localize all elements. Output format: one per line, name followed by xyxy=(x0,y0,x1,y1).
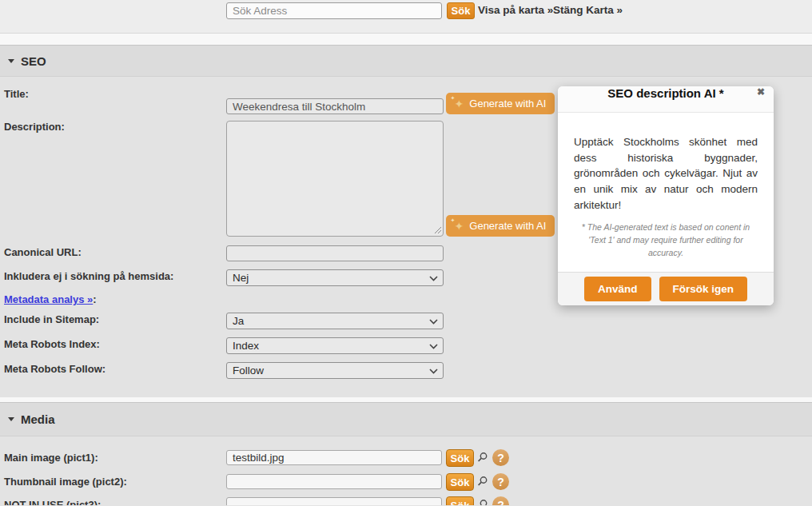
ai-disclaimer-text: * The AI-generated text is based on cone… xyxy=(574,221,758,260)
metadata-analysis-link[interactable]: Metadata analys » xyxy=(4,293,93,305)
main-image-browse-button[interactable]: Sök xyxy=(446,449,474,467)
sparkle-icon: ✦ xyxy=(455,221,464,232)
title-label: Title: xyxy=(4,88,29,100)
sparkle-icon: ✦ xyxy=(455,98,464,110)
description-textarea[interactable] xyxy=(226,121,444,237)
exclude-search-label: Inkludera ej i sökning på hemsida: xyxy=(4,270,173,282)
address-search-input[interactable] xyxy=(226,2,442,19)
modal-header: SEO description AI * ✖ xyxy=(558,86,774,113)
exclude-search-value: Nej xyxy=(233,272,249,284)
media-section-content: Main image (pict1): Sök ? Thumbnail imag… xyxy=(0,436,812,505)
sitemap-label: Include in Sitemap: xyxy=(4,313,99,325)
pict3-label: NOT IN USE (pict3): xyxy=(4,499,101,505)
seo-description-ai-modal: SEO description AI * ✖ Upptäck Stockholm… xyxy=(558,86,774,305)
meta-robots-follow-select[interactable]: Follow xyxy=(226,362,444,379)
close-icon[interactable]: ✖ xyxy=(757,86,765,98)
chevron-down-icon xyxy=(429,276,438,281)
metadata-analysis-row: Metadata analys »: xyxy=(4,293,97,305)
help-icon[interactable]: ? xyxy=(492,473,509,490)
meta-robots-index-label: Meta Robots Index: xyxy=(4,338,100,350)
magnifier-icon[interactable] xyxy=(476,476,488,491)
seo-section-header[interactable]: SEO xyxy=(0,45,812,77)
meta-robots-index-value: Index xyxy=(233,340,259,352)
meta-robots-index-select[interactable]: Index xyxy=(226,337,444,354)
pict3-input[interactable] xyxy=(226,497,442,505)
meta-robots-follow-value: Follow xyxy=(233,365,264,377)
seo-section-title: SEO xyxy=(21,54,46,68)
chevron-down-icon xyxy=(429,319,438,325)
sitemap-value: Ja xyxy=(233,315,244,327)
generate-description-ai-label: Generate with AI xyxy=(469,220,546,232)
main-image-label: Main image (pict1): xyxy=(4,452,98,464)
media-section-title: Media xyxy=(21,412,55,426)
chevron-down-icon xyxy=(429,369,438,374)
thumbnail-image-input[interactable] xyxy=(226,474,442,489)
meta-robots-follow-label: Meta Robots Follow: xyxy=(4,363,105,375)
retry-button[interactable]: Försök igen xyxy=(659,277,748,301)
magnifier-icon[interactable] xyxy=(476,499,488,505)
magnifier-icon[interactable] xyxy=(476,452,488,467)
use-button[interactable]: Använd xyxy=(584,277,651,301)
description-label: Description: xyxy=(4,121,65,133)
metadata-analysis-suffix: : xyxy=(93,293,96,305)
close-map-link[interactable]: Stäng Karta » xyxy=(553,4,623,16)
canonical-url-input[interactable] xyxy=(226,245,444,261)
map-search-bar: Sök Visa på karta » Stäng Karta » xyxy=(0,0,812,34)
canonical-url-label: Canonical URL: xyxy=(4,246,82,258)
ai-generated-text: Upptäck Stockholms skönhet med dess hist… xyxy=(574,134,758,213)
generate-title-ai-button[interactable]: ✦ Generate with AI xyxy=(446,93,555,114)
pict3-browse-button[interactable]: Sök xyxy=(446,496,474,505)
help-icon[interactable]: ? xyxy=(492,449,509,466)
collapse-caret-icon xyxy=(8,417,14,421)
modal-body: Upptäck Stockholms skönhet med dess hist… xyxy=(558,113,774,259)
address-search-button[interactable]: Sök xyxy=(447,2,475,19)
sitemap-select[interactable]: Ja xyxy=(226,313,444,329)
thumbnail-image-browse-button[interactable]: Sök xyxy=(446,473,474,491)
section-gap xyxy=(0,34,812,45)
modal-title: SEO description AI * xyxy=(558,86,774,100)
title-input[interactable] xyxy=(226,98,444,114)
page: Sök Visa på karta » Stäng Karta » SEO Ti… xyxy=(0,0,812,506)
exclude-search-select[interactable]: Nej xyxy=(226,269,444,286)
help-icon[interactable]: ? xyxy=(492,496,509,505)
chevron-down-icon xyxy=(429,344,438,349)
main-image-input[interactable] xyxy=(226,450,442,465)
thumbnail-image-label: Thumbnail image (pict2): xyxy=(4,476,127,488)
modal-footer: Använd Försök igen xyxy=(558,272,774,305)
show-on-map-link[interactable]: Visa på karta » xyxy=(478,4,553,16)
generate-description-ai-button[interactable]: ✦ Generate with AI xyxy=(446,215,555,237)
media-section-header[interactable]: Media xyxy=(0,402,812,436)
generate-title-ai-label: Generate with AI xyxy=(469,98,546,110)
collapse-caret-icon xyxy=(8,59,14,63)
